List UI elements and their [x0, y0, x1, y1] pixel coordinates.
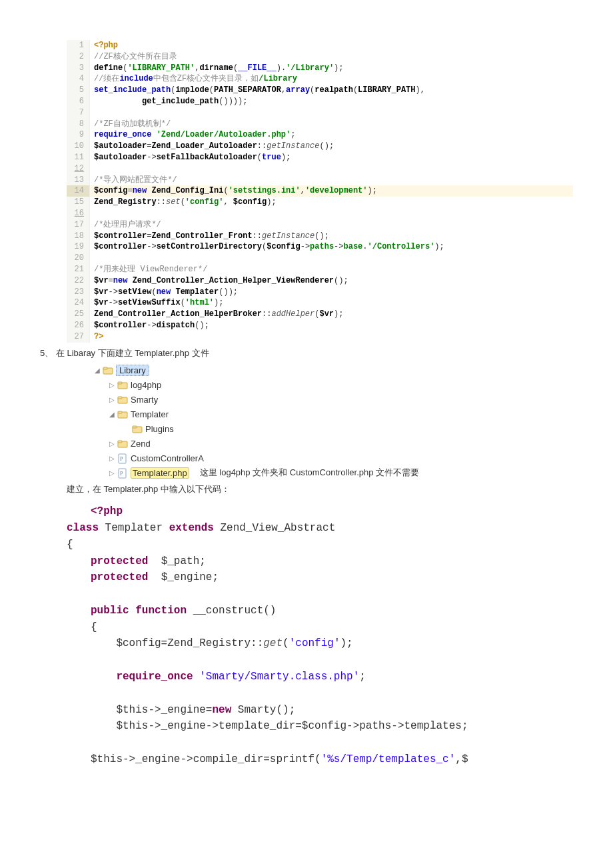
tree-item[interactable]: ▷Smarty	[93, 392, 573, 407]
tree-label: Templater.php	[131, 467, 189, 479]
tree-label: Plugins	[145, 424, 174, 434]
tree-label: Templater	[131, 409, 169, 419]
tree-item[interactable]: Plugins	[93, 421, 573, 436]
project-tree: ◢Library▷log4php▷Smarty◢TemplaterPlugins…	[93, 363, 573, 480]
svg-text:P: P	[120, 471, 123, 477]
svg-rect-1	[103, 367, 107, 369]
chevron-icon: ▷	[108, 381, 116, 389]
tree-item[interactable]: ▷PCustomControllerA	[93, 451, 573, 465]
svg-rect-9	[133, 426, 137, 428]
php-code-block-1: 1<?php2//ZF核心文件所在目录3define('LIBRARY_PATH…	[67, 40, 573, 343]
folder-icon	[117, 380, 128, 391]
tree-item[interactable]: ◢Templater	[93, 407, 573, 421]
tree-trailing-text: 这里 log4php 文件夹和 CustomController.php 文件不…	[200, 467, 419, 479]
chevron-icon: ▷	[108, 440, 116, 447]
svg-text:P: P	[120, 456, 123, 462]
step-5-heading: 5、 在 Libaray 下面建立 Templater.php 文件	[40, 347, 573, 361]
chevron-icon: ◢	[93, 367, 101, 374]
tree-item[interactable]: ▷log4php	[93, 377, 573, 392]
svg-rect-7	[118, 411, 122, 413]
tree-label: Zend	[131, 439, 151, 449]
tree-label: Library	[116, 365, 149, 376]
php-file-icon: P	[117, 467, 128, 479]
folder-icon	[117, 395, 128, 405]
step-prefix: 5、	[40, 348, 53, 358]
folder-icon	[117, 439, 128, 449]
svg-rect-3	[118, 382, 122, 384]
tree-label: Smarty	[131, 395, 158, 405]
tree-item[interactable]: ▷PTemplater.php这里 log4php 文件夹和 CustomCon…	[93, 465, 573, 480]
php-code-block-2: <?phpclass Templater extends Zend_View_A…	[67, 503, 573, 768]
tree-item[interactable]: ▷Zend	[93, 436, 573, 451]
folder-icon	[103, 365, 113, 376]
folder-icon	[132, 424, 143, 435]
after-tree-text: 建立，在 Templater.php 中输入以下代码：	[67, 483, 573, 497]
chevron-icon: ▷	[108, 396, 116, 403]
folder-icon	[117, 409, 128, 420]
chevron-icon: ▷	[108, 469, 116, 477]
svg-rect-11	[118, 441, 122, 443]
tree-item[interactable]: ◢Library	[93, 363, 573, 377]
chevron-icon: ▷	[108, 455, 116, 462]
chevron-icon: ◢	[108, 411, 116, 418]
tree-label: log4php	[131, 380, 161, 390]
svg-rect-5	[118, 397, 122, 399]
tree-label: CustomControllerA	[131, 453, 204, 463]
php-file-icon: P	[117, 453, 128, 464]
step-text: 在 Libaray 下面建立 Templater.php 文件	[56, 348, 209, 358]
